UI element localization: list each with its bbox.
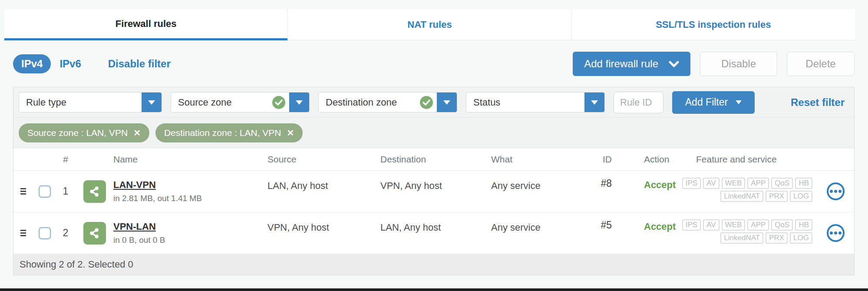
feature-badge: LOG bbox=[790, 232, 812, 244]
filter-applied-check-icon bbox=[420, 96, 433, 109]
add-firewall-rule-label: Add firewall rule bbox=[584, 58, 658, 70]
rule-name-link[interactable]: LAN-VPN bbox=[113, 179, 156, 191]
row-menu-ellipsis-icon[interactable] bbox=[827, 182, 845, 200]
row-number: 2 bbox=[57, 227, 74, 239]
header-action: Action bbox=[617, 154, 682, 165]
add-filter-button[interactable]: Add Filter bbox=[672, 91, 755, 114]
toolbar: IPv4 IPv6 Disable filter Add firewall ru… bbox=[13, 50, 855, 78]
feature-badge: IPS bbox=[682, 219, 701, 231]
tab-firewall-rules[interactable]: Firewall rules bbox=[4, 9, 287, 40]
table-row: 1 LAN-VPN in 2.81 MB, out 1.41 MB LAN, A… bbox=[13, 171, 854, 212]
feature-badge: QoS bbox=[771, 178, 793, 189]
window-bottom-edge bbox=[0, 288, 868, 291]
rule-id-input[interactable] bbox=[614, 92, 663, 113]
chevron-down-icon[interactable] bbox=[142, 93, 162, 112]
feature-badge: LinkedNAT bbox=[720, 191, 763, 202]
ipv6-toggle[interactable]: IPv6 bbox=[59, 58, 81, 70]
rule-source: VPN, Any host bbox=[248, 222, 370, 233]
chevron-down-icon[interactable] bbox=[289, 93, 309, 112]
row-checkbox[interactable] bbox=[39, 227, 51, 239]
feature-badges: IPSAVWEBAPPQoSHB LinkedNATPRXLOG bbox=[682, 178, 817, 202]
table-header: # Name Source Destination What ID Action… bbox=[13, 148, 854, 171]
filter-chip-label: Destination zone : LAN, VPN bbox=[164, 128, 281, 138]
row-menu-ellipsis-icon[interactable] bbox=[827, 224, 845, 242]
rule-share-icon bbox=[83, 180, 106, 203]
header-what: What bbox=[474, 154, 578, 165]
drag-handle-icon[interactable] bbox=[19, 185, 28, 197]
chevron-down-icon[interactable] bbox=[437, 93, 457, 112]
ipv4-toggle[interactable]: IPv4 bbox=[13, 54, 51, 73]
rule-id: #5 bbox=[578, 219, 617, 231]
remove-chip-icon[interactable]: ✕ bbox=[133, 128, 141, 138]
rule-action: Accept bbox=[617, 179, 682, 191]
chevron-down-icon bbox=[669, 61, 679, 67]
feature-badge: PRX bbox=[766, 191, 788, 202]
header-destination: Destination bbox=[370, 154, 474, 165]
rule-what: Any service bbox=[474, 222, 578, 233]
filter-chip-label: Source zone : LAN, VPN bbox=[27, 128, 128, 138]
rule-destination: VPN, Any host bbox=[370, 180, 474, 192]
destination-zone-filter-label: Destination zone bbox=[319, 97, 420, 108]
feature-badge: AV bbox=[703, 178, 719, 189]
table-footer-status: Showing 2 of 2. Selected 0 bbox=[13, 254, 854, 275]
table-row: 2 VPN-LAN in 0 B, out 0 B VPN, Any host … bbox=[13, 212, 854, 254]
feature-badge: APP bbox=[747, 219, 769, 231]
rule-traffic: in 0 B, out 0 B bbox=[113, 235, 165, 245]
rule-share-icon bbox=[83, 222, 106, 245]
chevron-down-icon[interactable] bbox=[584, 93, 604, 112]
filter-bar: Rule type Source zone Destination zone S… bbox=[13, 87, 854, 118]
header-id: ID bbox=[578, 154, 617, 165]
filter-chip-destination-zone: Destination zone : LAN, VPN ✕ bbox=[155, 123, 303, 142]
filter-applied-check-icon bbox=[272, 96, 285, 109]
feature-badge: AV bbox=[703, 219, 719, 231]
disable-button[interactable]: Disable bbox=[700, 52, 777, 76]
feature-badge: PRX bbox=[766, 232, 788, 244]
feature-badge: IPS bbox=[682, 178, 701, 189]
feature-badge: LOG bbox=[790, 191, 812, 202]
header-name: Name bbox=[74, 154, 248, 165]
reset-filter-link[interactable]: Reset filter bbox=[791, 96, 845, 109]
rule-what: Any service bbox=[474, 180, 578, 192]
destination-zone-filter-dropdown[interactable]: Destination zone bbox=[318, 92, 457, 112]
firewall-rules-panel: Rule type Source zone Destination zone S… bbox=[13, 87, 855, 275]
feature-badge: WEB bbox=[722, 178, 746, 189]
rule-id: #8 bbox=[578, 178, 617, 189]
rule-name-link[interactable]: VPN-LAN bbox=[113, 221, 156, 232]
row-number: 1 bbox=[57, 185, 74, 197]
status-filter-label: Status bbox=[466, 97, 584, 108]
rule-destination: LAN, Any host bbox=[370, 222, 474, 233]
header-num: # bbox=[57, 154, 74, 165]
status-filter-dropdown[interactable]: Status bbox=[466, 92, 605, 112]
rule-type-filter-label: Rule type bbox=[19, 97, 142, 108]
tab-nat-rules[interactable]: NAT rules bbox=[287, 9, 571, 40]
drag-handle-icon[interactable] bbox=[19, 227, 28, 239]
feature-badge: QoS bbox=[771, 219, 793, 231]
filter-chip-source-zone: Source zone : LAN, VPN ✕ bbox=[19, 123, 149, 142]
source-zone-filter-dropdown[interactable]: Source zone bbox=[171, 92, 310, 112]
chevron-down-icon bbox=[736, 100, 742, 104]
rule-type-tabbar: Firewall rules NAT rules SSL/TLS inspect… bbox=[4, 9, 855, 40]
feature-badge: LinkedNAT bbox=[720, 232, 763, 244]
row-checkbox[interactable] bbox=[39, 185, 51, 198]
header-feature-and-service: Feature and service bbox=[682, 154, 817, 165]
delete-button[interactable]: Delete bbox=[787, 52, 855, 76]
add-filter-label: Add Filter bbox=[685, 96, 728, 108]
tab-ssl-tls-inspection-rules[interactable]: SSL/TLS inspection rules bbox=[571, 9, 855, 40]
feature-badge: WEB bbox=[722, 219, 746, 231]
add-firewall-rule-button[interactable]: Add firewall rule bbox=[573, 52, 690, 76]
disable-filter-link[interactable]: Disable filter bbox=[108, 58, 171, 70]
feature-badge: HB bbox=[795, 178, 812, 189]
rule-action: Accept bbox=[617, 221, 682, 232]
rule-type-filter-dropdown[interactable]: Rule type bbox=[19, 92, 162, 112]
active-filter-chips: Source zone : LAN, VPN ✕ Destination zon… bbox=[13, 118, 854, 148]
feature-badge: HB bbox=[795, 219, 812, 231]
source-zone-filter-label: Source zone bbox=[171, 97, 272, 108]
feature-badge: APP bbox=[747, 178, 769, 189]
feature-badges: IPSAVWEBAPPQoSHB LinkedNATPRXLOG bbox=[682, 219, 817, 244]
rule-traffic: in 2.81 MB, out 1.41 MB bbox=[113, 194, 202, 203]
rule-source: LAN, Any host bbox=[248, 180, 370, 192]
remove-chip-icon[interactable]: ✕ bbox=[287, 128, 294, 138]
toolbar-actions: Add firewall rule Disable Delete bbox=[573, 52, 855, 76]
header-source: Source bbox=[248, 154, 370, 165]
